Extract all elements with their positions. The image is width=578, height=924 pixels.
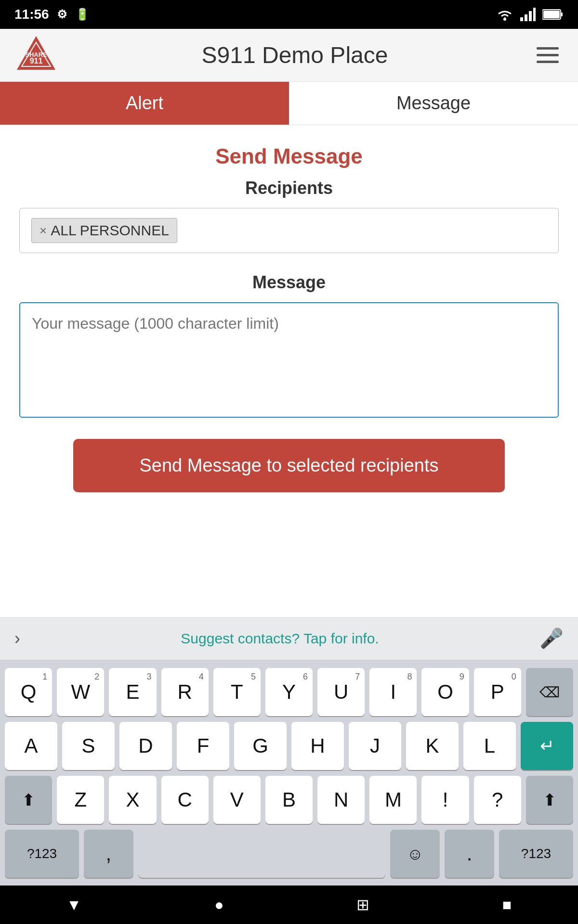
- status-time: 11:56: [14, 7, 49, 22]
- key-m[interactable]: M: [369, 776, 417, 824]
- key-backspace[interactable]: ⌫: [526, 668, 573, 716]
- key-emoji[interactable]: ☺: [390, 830, 440, 878]
- key-j[interactable]: J: [349, 722, 401, 770]
- key-question[interactable]: ?: [474, 776, 521, 824]
- recipient-tag-label: ALL PERSONNEL: [51, 222, 169, 239]
- key-x[interactable]: X: [109, 776, 156, 824]
- send-message-title: Send Message: [19, 144, 559, 168]
- svg-rect-1: [520, 17, 523, 21]
- key-v[interactable]: V: [213, 776, 261, 824]
- main-content: Send Message Recipients × ALL PERSONNEL …: [0, 125, 578, 531]
- keyboard-suggest-bar: › Suggest contacts? Tap for info. 🎤: [0, 617, 578, 660]
- key-w[interactable]: 2W: [57, 668, 104, 716]
- battery-icon: [542, 9, 564, 20]
- hamburger-line-2: [537, 54, 559, 56]
- key-o[interactable]: 9O: [421, 668, 469, 716]
- key-shift-left[interactable]: ⬆: [5, 776, 52, 824]
- key-d[interactable]: D: [119, 722, 172, 770]
- svg-rect-6: [561, 13, 563, 16]
- settings-icon: ⚙: [57, 8, 67, 21]
- status-left: 11:56 ⚙ 🔋: [14, 7, 90, 22]
- svg-rect-2: [525, 14, 527, 21]
- recipient-tag[interactable]: × ALL PERSONNEL: [31, 218, 177, 243]
- status-right: [496, 8, 564, 21]
- key-y[interactable]: 6Y: [265, 668, 313, 716]
- wifi-icon: [496, 8, 513, 21]
- svg-text:911: 911: [30, 57, 43, 65]
- keyboard-area: › Suggest contacts? Tap for info. 🎤 1Q 2…: [0, 617, 578, 886]
- key-row-1: 1Q 2W 3E 4R 5T 6Y 7U 8I 9O 0P ⌫: [5, 668, 573, 716]
- recipients-label: Recipients: [19, 178, 559, 198]
- recipients-field[interactable]: × ALL PERSONNEL: [19, 208, 559, 253]
- key-e[interactable]: 3E: [109, 668, 156, 716]
- tab-message[interactable]: Message: [289, 82, 578, 125]
- key-n[interactable]: N: [317, 776, 365, 824]
- key-c[interactable]: C: [161, 776, 209, 824]
- key-shift-right[interactable]: ⬆: [526, 776, 573, 824]
- suggest-contacts-text[interactable]: Suggest contacts? Tap for info.: [20, 630, 539, 647]
- nav-back-icon[interactable]: ▼: [66, 896, 82, 914]
- message-input[interactable]: [19, 302, 559, 418]
- hamburger-line-3: [537, 61, 559, 63]
- key-k[interactable]: K: [406, 722, 459, 770]
- key-enter[interactable]: ↵: [521, 722, 573, 770]
- key-a[interactable]: A: [5, 722, 57, 770]
- header-title: S911 Demo Place: [58, 42, 532, 68]
- key-f[interactable]: F: [177, 722, 229, 770]
- key-p[interactable]: 0P: [474, 668, 521, 716]
- nav-square-icon[interactable]: ■: [502, 896, 512, 914]
- nav-home-icon[interactable]: ●: [214, 896, 223, 914]
- svg-rect-4: [533, 8, 536, 21]
- keyboard-chevron-icon[interactable]: ›: [14, 629, 20, 649]
- key-l[interactable]: L: [463, 722, 516, 770]
- key-b[interactable]: B: [265, 776, 313, 824]
- key-symbols-left[interactable]: ?123: [5, 830, 79, 878]
- key-exclamation[interactable]: !: [421, 776, 469, 824]
- message-label: Message: [19, 272, 559, 293]
- key-q[interactable]: 1Q: [5, 668, 52, 716]
- nav-recents-icon[interactable]: ⊞: [356, 896, 369, 914]
- tab-bar: Alert Message: [0, 82, 578, 125]
- svg-rect-7: [543, 11, 560, 18]
- key-g[interactable]: G: [234, 722, 287, 770]
- header: SHARE 911 S911 Demo Place: [0, 29, 578, 82]
- send-message-button[interactable]: Send Message to selected recipients: [73, 439, 505, 492]
- key-h[interactable]: H: [291, 722, 344, 770]
- svg-rect-3: [529, 11, 532, 21]
- hamburger-line-1: [537, 47, 559, 50]
- key-s[interactable]: S: [62, 722, 115, 770]
- keyboard-rows: 1Q 2W 3E 4R 5T 6Y 7U 8I 9O 0P ⌫ A S D F …: [0, 660, 578, 886]
- key-z[interactable]: Z: [57, 776, 104, 824]
- key-i[interactable]: 8I: [369, 668, 417, 716]
- key-row-3: ⬆ Z X C V B N M ! ? ⬆: [5, 776, 573, 824]
- key-comma[interactable]: ,: [84, 830, 133, 878]
- key-u[interactable]: 7U: [317, 668, 365, 716]
- key-row-4: ?123 , ☺ . ?123: [5, 830, 573, 878]
- key-period[interactable]: .: [445, 830, 494, 878]
- key-r[interactable]: 4R: [161, 668, 209, 716]
- key-space[interactable]: [138, 830, 386, 878]
- signal-icon: [520, 8, 536, 21]
- svg-point-0: [503, 18, 506, 21]
- bottom-nav: ▼ ● ⊞ ■: [0, 886, 578, 924]
- status-bar: 11:56 ⚙ 🔋: [0, 0, 578, 29]
- key-t[interactable]: 5T: [213, 668, 261, 716]
- key-symbols-right[interactable]: ?123: [499, 830, 573, 878]
- clipboard-icon: 🔋: [75, 8, 90, 21]
- tag-close-icon[interactable]: ×: [39, 223, 47, 238]
- tab-alert[interactable]: Alert: [0, 82, 289, 125]
- key-row-2: A S D F G H J K L ↵: [5, 722, 573, 770]
- logo: SHARE 911: [14, 34, 58, 77]
- mic-icon[interactable]: 🎤: [539, 627, 564, 650]
- hamburger-menu[interactable]: [532, 42, 564, 68]
